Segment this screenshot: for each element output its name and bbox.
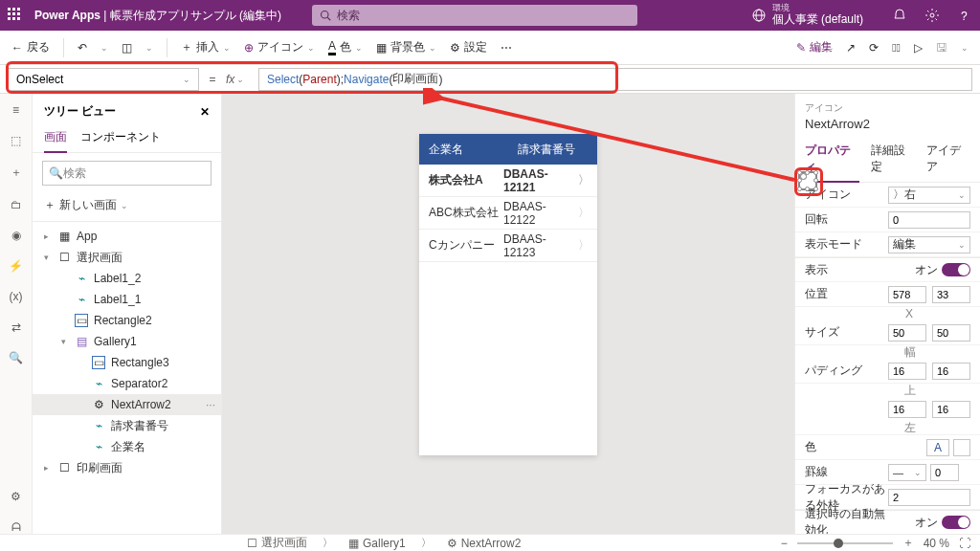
refresh-icon[interactable]: ⟳: [869, 41, 879, 55]
tab-components[interactable]: コンポーネント: [80, 123, 161, 152]
search-placeholder: 検索: [337, 8, 360, 24]
selection-handles[interactable]: [798, 171, 817, 190]
gallery-row[interactable]: CカンパニーDBAAS-12123〉: [419, 230, 597, 262]
app-title: 帳票作成アプリサンプル (編集中): [110, 9, 281, 22]
crumb-screen[interactable]: ☐ 選択画面: [241, 533, 313, 551]
tree-item[interactable]: ▸▦App: [33, 226, 221, 247]
share-icon[interactable]: ↗: [846, 41, 856, 55]
col-company: 企業名: [419, 142, 508, 158]
tree-item[interactable]: ⌁Label1_2: [33, 268, 221, 289]
pad-t-input[interactable]: [888, 363, 926, 380]
autodisable-toggle[interactable]: [942, 516, 970, 529]
ask-icon[interactable]: ᗩ: [11, 520, 21, 534]
play-icon[interactable]: ▷: [914, 41, 923, 55]
undo-button[interactable]: ↶: [78, 41, 87, 55]
pos-x-input[interactable]: [888, 286, 926, 303]
tree-item[interactable]: ⌁Separator2: [33, 373, 221, 394]
svg-point-5: [930, 13, 934, 17]
waffle-icon[interactable]: [8, 8, 23, 23]
bgcolor-button[interactable]: ▦ 背景色 ⌄: [376, 39, 436, 55]
check-icon[interactable]: ✓⃝: [892, 41, 901, 55]
search-icon: [320, 10, 331, 21]
data-icon[interactable]: 🗀: [11, 198, 22, 211]
x-icon[interactable]: (x): [10, 290, 23, 303]
paste-button[interactable]: ◫: [122, 41, 132, 55]
tree-item[interactable]: ⌁請求書番号: [33, 415, 221, 436]
srch-icon[interactable]: 🔍: [9, 351, 23, 364]
zoom-value: 40 %: [924, 537, 949, 550]
svg-text:?: ?: [961, 10, 968, 23]
tab-advanced[interactable]: 詳細設定: [871, 137, 915, 182]
width-input[interactable]: [888, 324, 926, 342]
color-button[interactable]: A 色 ⌄: [328, 39, 363, 55]
tree-item[interactable]: ▭Rectangle2: [33, 310, 221, 331]
visible-toggle[interactable]: [942, 263, 970, 276]
zoom-in[interactable]: ＋: [902, 535, 914, 551]
property-selector[interactable]: OnSelect⌄: [8, 68, 199, 91]
color-swatch[interactable]: A: [926, 439, 949, 456]
save-icon[interactable]: 🖫: [936, 41, 947, 55]
help-icon[interactable]: ?: [957, 8, 972, 23]
tree-icon[interactable]: ⬚: [11, 134, 21, 147]
zoom-out[interactable]: −: [781, 537, 788, 550]
fit-icon[interactable]: ⛶: [959, 537, 970, 550]
tab-ideas[interactable]: アイデア: [926, 137, 970, 182]
tree-item[interactable]: ⌁企業名: [33, 436, 221, 457]
insert-button[interactable]: ＋ 挿入 ⌄: [181, 39, 231, 55]
icon-button[interactable]: ⊕ アイコン ⌄: [244, 39, 315, 55]
col-invoice: 請求書番号: [508, 142, 597, 158]
close-tree-icon[interactable]: ✕: [200, 105, 210, 119]
tree-item[interactable]: ▾▤Gallery1: [33, 331, 221, 352]
tree-item[interactable]: ⚙NextArrow2···: [33, 394, 221, 415]
media-icon[interactable]: ◉: [11, 229, 21, 242]
border-width-input[interactable]: [930, 464, 959, 481]
displaymode-dropdown[interactable]: 編集⌄: [888, 236, 970, 253]
bell-icon[interactable]: [892, 8, 907, 23]
formula-input[interactable]: Select(Parent);Navigate(印刷画面): [258, 68, 972, 91]
svg-point-0: [322, 11, 329, 19]
crumb-control[interactable]: ⚙ NextArrow2: [441, 535, 527, 552]
tree-search[interactable]: 🔍 検索: [42, 161, 212, 186]
tree-item[interactable]: ▸☐印刷画面: [33, 457, 221, 478]
gallery-row[interactable]: ABC株式会社DBAAS-12122〉: [419, 197, 597, 230]
svg-line-1: [327, 17, 330, 20]
pad-b-input[interactable]: [888, 401, 926, 418]
icon-dropdown[interactable]: 〉右⌄: [888, 187, 970, 204]
height-input[interactable]: [932, 324, 970, 342]
new-screen-button[interactable]: ＋ 新しい画面 ⌄: [33, 193, 221, 222]
pos-y-input[interactable]: [932, 286, 970, 303]
crumb-gallery[interactable]: ▦ Gallery1: [343, 535, 412, 552]
var-icon[interactable]: ⚡: [9, 259, 23, 273]
zoom-slider[interactable]: [797, 542, 893, 544]
settings-rail-icon[interactable]: ⚙: [11, 490, 21, 503]
prop-name: NextArrow2: [795, 117, 980, 137]
tree-item[interactable]: ▾☐選択画面: [33, 247, 221, 268]
edit-button[interactable]: ✎ 編集: [796, 39, 833, 55]
flow-icon[interactable]: ⇄: [11, 320, 21, 334]
search-box[interactable]: 検索: [312, 5, 637, 26]
fx-equals: =: [199, 73, 226, 86]
hamburger-icon[interactable]: ≡: [12, 103, 19, 117]
rotation-input[interactable]: [888, 211, 970, 229]
preview-phone[interactable]: 企業名 請求書番号 株式会社ADBAAS-12121〉ABC株式会社DBAAS-…: [419, 134, 597, 455]
tree-title: ツリー ビュー: [44, 103, 116, 120]
prop-category: アイコン: [795, 94, 980, 117]
tree-item[interactable]: ▭Rectangle3: [33, 352, 221, 373]
globe-icon: [751, 8, 767, 23]
environment-picker[interactable]: 環境個人事業 (default): [751, 4, 863, 26]
back-button[interactable]: ← 戻る: [11, 39, 50, 55]
fx-label[interactable]: fx⌄: [226, 73, 258, 86]
tab-screens[interactable]: 画面: [44, 123, 67, 153]
insert-icon[interactable]: ＋: [11, 165, 22, 181]
gallery-row[interactable]: 株式会社ADBAAS-12121〉: [419, 165, 597, 197]
border-style[interactable]: — ⌄: [888, 464, 926, 481]
pad-r-input[interactable]: [932, 363, 970, 380]
pad-l-input[interactable]: [932, 401, 970, 418]
brand: Power Apps: [34, 9, 100, 22]
tree-item[interactable]: ⌁Label1_1: [33, 289, 221, 310]
focus-border-input[interactable]: [888, 489, 970, 506]
settings-button[interactable]: ⚙ 設定: [450, 39, 487, 55]
gear-icon[interactable]: [924, 8, 940, 23]
more-button[interactable]: ⋯: [501, 41, 512, 55]
